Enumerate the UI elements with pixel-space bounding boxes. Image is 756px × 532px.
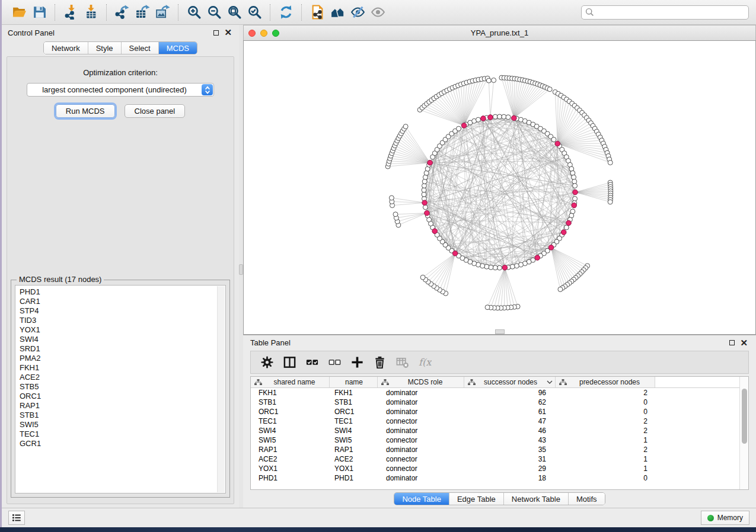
mcds-result-item[interactable]: SWI4 xyxy=(20,335,225,344)
import-network-button[interactable] xyxy=(60,3,81,22)
mcds-result-item[interactable]: SWI5 xyxy=(20,420,225,430)
close-panel-icon[interactable]: ✕ xyxy=(224,29,232,36)
cell: ACE2 xyxy=(251,455,330,463)
mcds-result-item[interactable]: TID3 xyxy=(20,316,225,325)
column-header-predecessor-nodes[interactable]: predecessor nodes xyxy=(556,377,655,387)
export-network-button[interactable] xyxy=(112,3,132,22)
mcds-result-item[interactable]: YOX1 xyxy=(20,325,225,335)
show-all-button[interactable] xyxy=(368,3,388,22)
zoom-in-button[interactable] xyxy=(184,3,204,22)
table-row[interactable]: SWI4SWI4dominator462 xyxy=(251,426,739,435)
tab-network[interactable]: Network xyxy=(44,42,88,54)
search-input[interactable] xyxy=(581,5,749,20)
float-panel-icon[interactable] xyxy=(213,30,219,36)
mcds-result-item[interactable]: SRD1 xyxy=(20,344,225,354)
column-header-shared-name[interactable]: shared name xyxy=(251,377,330,387)
cell: 2 xyxy=(556,427,655,435)
vertical-splitter-handle[interactable] xyxy=(239,264,243,275)
deselect-all-button[interactable] xyxy=(323,354,346,371)
toolbar-separator xyxy=(55,4,55,21)
network-graph[interactable] xyxy=(244,41,755,334)
mcds-result-list[interactable]: PHD1CAR1STP4TID3YOX1SWI4SRD1PMA2FKH1ACE2… xyxy=(15,285,226,493)
cell: 61 xyxy=(464,408,556,416)
table-row[interactable]: YOX1YOX1connector291 xyxy=(251,464,739,473)
tab-style[interactable]: Style xyxy=(88,42,122,54)
mcds-result-item[interactable]: CAR1 xyxy=(20,297,225,306)
open-session-button[interactable] xyxy=(9,3,29,22)
tab-network-table[interactable]: Network Table xyxy=(504,493,569,505)
import-table-button[interactable] xyxy=(81,3,101,22)
mcds-result-item[interactable]: STB1 xyxy=(20,411,225,420)
table-row[interactable]: STB1STB1dominator620 xyxy=(251,398,739,407)
mcds-result-item[interactable]: STB5 xyxy=(20,382,225,392)
zoom-fit-button[interactable] xyxy=(224,3,244,22)
select-all-icon xyxy=(305,355,319,369)
network-view-canvas[interactable] xyxy=(243,40,756,335)
table-panel-title: Table Panel xyxy=(250,338,291,347)
network-from-selection-button[interactable] xyxy=(307,3,327,22)
table-row[interactable]: ACE2ACE2connector311 xyxy=(251,454,739,464)
save-session-icon xyxy=(32,5,47,20)
optimization-criterion-select[interactable]: largest connected component (undirected) xyxy=(27,83,214,97)
mcds-result-item[interactable]: ACE2 xyxy=(20,373,225,382)
export-image-button[interactable] xyxy=(152,3,173,22)
mcds-result-item[interactable]: ORC1 xyxy=(20,392,225,401)
close-table-panel-icon[interactable]: ✕ xyxy=(740,339,748,347)
tab-edge-table[interactable]: Edge Table xyxy=(449,493,504,505)
list-icon xyxy=(11,512,22,523)
toggle-panel-button[interactable] xyxy=(278,354,301,371)
function-builder-button: f(x) xyxy=(413,354,436,371)
function-builder-icon: f(x) xyxy=(418,355,432,369)
mcds-result-item[interactable]: PMA2 xyxy=(20,354,225,363)
delete-column-button[interactable] xyxy=(368,354,391,371)
cell: 47 xyxy=(464,417,556,425)
export-network-icon xyxy=(115,5,130,20)
deselect-all-icon xyxy=(328,355,342,369)
mcds-result-item[interactable]: PHD1 xyxy=(20,287,225,297)
cell: 1 xyxy=(556,464,655,473)
table-row[interactable]: TEC1TEC1connector472 xyxy=(251,416,739,426)
table-row[interactable]: FKH1FKH1dominator962 xyxy=(251,388,739,398)
task-history-button[interactable] xyxy=(8,511,25,525)
mcds-result-item[interactable]: FKH1 xyxy=(20,363,225,373)
mcds-result-item[interactable]: TEC1 xyxy=(20,430,225,439)
table-row[interactable]: PHD1PHD1dominator180 xyxy=(251,473,739,483)
table-scrollbar-thumb[interactable] xyxy=(742,389,747,444)
table-row[interactable]: SWI5SWI5connector431 xyxy=(251,435,739,445)
tab-motifs[interactable]: Motifs xyxy=(569,493,605,505)
memory-button[interactable]: Memory xyxy=(701,511,749,525)
mcds-result-item[interactable]: RAP1 xyxy=(20,401,225,411)
vertical-splitter[interactable] xyxy=(239,25,243,508)
save-session-button[interactable] xyxy=(29,3,49,22)
horizontal-splitter-handle[interactable] xyxy=(495,329,505,334)
column-header-successor-nodes[interactable]: successor nodes xyxy=(464,377,556,387)
tab-select[interactable]: Select xyxy=(122,42,159,54)
select-all-button[interactable] xyxy=(301,354,323,371)
table-row[interactable]: ORC1ORC1dominator610 xyxy=(251,407,739,416)
table-row[interactable]: RAP1RAP1dominator352 xyxy=(251,445,739,454)
run-mcds-button[interactable]: Run MCDS xyxy=(56,104,115,118)
mcds-result-item[interactable]: GCR1 xyxy=(20,439,225,448)
first-neighbors-button[interactable] xyxy=(327,3,347,22)
close-panel-button[interactable]: Close panel xyxy=(125,104,186,118)
tab-node-table[interactable]: Node Table xyxy=(394,493,449,505)
column-header-MCDS-role[interactable]: MCDS role xyxy=(378,377,464,387)
column-header-name[interactable]: name xyxy=(330,377,378,387)
add-column-button[interactable] xyxy=(346,354,368,371)
cell: TEC1 xyxy=(251,417,330,425)
zoom-out-button[interactable] xyxy=(204,3,224,22)
table-settings-button[interactable] xyxy=(256,354,278,371)
refresh-view-icon xyxy=(279,5,294,20)
mcds-result-item[interactable]: STP4 xyxy=(20,306,225,316)
zoom-selected-button[interactable] xyxy=(244,3,264,22)
float-table-panel-icon[interactable] xyxy=(729,340,735,345)
table-scrollbar[interactable] xyxy=(739,377,748,489)
hide-selected-button[interactable] xyxy=(347,3,368,22)
mcds-list-scrollbar[interactable] xyxy=(217,286,225,492)
refresh-view-button[interactable] xyxy=(276,3,296,22)
export-table-button[interactable] xyxy=(132,3,152,22)
cell: PHD1 xyxy=(251,474,330,482)
cell: SWI4 xyxy=(330,427,378,435)
memory-status-icon xyxy=(707,515,714,521)
tab-mcds[interactable]: MCDS xyxy=(159,42,197,54)
